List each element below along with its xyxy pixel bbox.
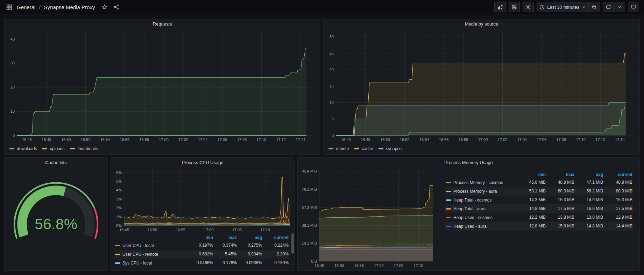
legend-label: thumbnails — [77, 146, 98, 151]
legend-item[interactable]: thumbnails — [70, 146, 98, 151]
gear-icon — [525, 4, 531, 10]
svg-text:15: 15 — [330, 84, 334, 88]
svg-text:17:08: 17:08 — [556, 138, 566, 142]
add-panel-button[interactable] — [494, 2, 506, 12]
star-icon[interactable] — [100, 3, 109, 11]
legend-series-label[interactable]: Heap Total - aura — [445, 204, 518, 213]
refresh-button[interactable] — [603, 2, 614, 12]
breadcrumb-dashboard-title[interactable]: Synapse Media Proxy — [44, 4, 95, 10]
panel-title-media-by-source[interactable]: Media by source — [465, 21, 498, 27]
legend-stat-value: 0.275% — [238, 241, 263, 250]
svg-text:16:46: 16:46 — [341, 138, 351, 142]
svg-text:40: 40 — [10, 37, 15, 41]
svg-text:16:55: 16:55 — [176, 228, 185, 232]
svg-text:0: 0 — [13, 133, 15, 138]
svg-text:16:48: 16:48 — [361, 138, 370, 142]
svg-text:76.3 MiB: 76.3 MiB — [302, 187, 317, 191]
legend-sort-current[interactable]: current — [263, 234, 289, 241]
panel-cache-hits: Cache hits 56.8% — [4, 157, 108, 271]
legend-sort-max[interactable]: max — [214, 234, 238, 241]
legend-label: Heap Used - cosmos — [453, 215, 493, 220]
panel-process-memory-usage: Process Memory Usage 16:4516:5016:5517:0… — [297, 157, 640, 271]
svg-text:1%: 1% — [116, 215, 122, 219]
time-range-label: Last 30 minutes — [547, 5, 579, 10]
legend-color-chip — [446, 208, 451, 210]
legend-sort-avg[interactable]: avg — [575, 171, 604, 178]
apps-grid-icon[interactable] — [5, 3, 13, 11]
panel-title-cache-hits[interactable]: Cache hits — [45, 160, 66, 165]
legend-sort-max[interactable]: max — [546, 171, 575, 178]
share-icon[interactable] — [112, 3, 121, 11]
breadcrumb-folder[interactable]: General — [17, 4, 35, 10]
legend-series-label[interactable]: Sys CPU - local — [114, 259, 190, 267]
svg-text:17:08: 17:08 — [237, 138, 247, 142]
svg-text:0: 0 — [332, 133, 334, 138]
legend-series-label[interactable]: User CPU - local — [114, 241, 190, 250]
svg-text:17:12: 17:12 — [276, 138, 286, 142]
gauge-value: 56.8% — [35, 216, 77, 232]
save-icon — [511, 4, 517, 10]
legend-label: User CPU - local — [122, 243, 154, 248]
svg-text:38.1 MiB: 38.1 MiB — [302, 223, 317, 227]
legend-sort-current[interactable]: current — [604, 171, 633, 178]
legend-item[interactable]: downloads — [9, 146, 37, 151]
svg-text:16:50: 16:50 — [61, 138, 71, 142]
dashboard-settings-button[interactable] — [523, 2, 534, 12]
legend-stat-value: 14.3 MiB — [518, 196, 546, 204]
legend-series-label[interactable]: Process Memory - cosmos — [445, 178, 518, 187]
legend-item[interactable]: remote — [328, 146, 349, 151]
svg-text:17:04: 17:04 — [517, 138, 527, 142]
legend-stat-value: 17.5 MiB — [604, 204, 633, 213]
refresh-interval-dropdown[interactable] — [614, 2, 625, 12]
svg-text:16:50: 16:50 — [380, 138, 390, 142]
legend-label: Heap Total - cosmos — [453, 198, 491, 203]
legend-stat-value: 0.139% — [263, 259, 289, 267]
legend-label: downloads — [17, 146, 37, 151]
svg-text:17:14: 17:14 — [296, 138, 305, 142]
legend-item[interactable]: synapse — [378, 146, 402, 151]
legend-series-label[interactable]: Heap Used - aura — [445, 222, 518, 231]
legend-sort-min[interactable]: min — [518, 171, 546, 178]
process-memory-chart[interactable]: 16:4516:5016:5517:0017:0517:100 B19.1 Mi… — [298, 167, 435, 269]
svg-text:17:10: 17:10 — [413, 263, 423, 268]
legend-item[interactable]: cache — [354, 146, 373, 151]
zoom-out-time-button[interactable] — [589, 2, 600, 12]
panel-title-requests[interactable]: Requests — [153, 21, 172, 27]
requests-chart[interactable]: 16:4616:4816:5016:5216:5416:5616:5817:00… — [5, 28, 319, 143]
legend-label: Process Memory - cosmos — [453, 180, 503, 185]
legend-series-label[interactable]: Process Memory - aura — [445, 187, 518, 196]
legend-series-label[interactable]: Heap Total - cosmos — [445, 196, 518, 204]
legend-color-chip — [354, 148, 359, 149]
legend-stat-value: 45.6 MiB — [518, 178, 546, 187]
requests-legend: downloadsuploadsthumbnails — [5, 143, 320, 153]
svg-text:17:10: 17:10 — [576, 138, 586, 142]
svg-text:57.2 MiB: 57.2 MiB — [302, 205, 317, 210]
legend-sort-avg[interactable]: avg — [238, 234, 263, 241]
legend-stat-value: 48.8 MiB — [604, 178, 633, 187]
legend-stat-value: 0.374% — [214, 241, 238, 250]
svg-text:30: 30 — [330, 35, 334, 39]
svg-text:6%: 6% — [116, 170, 122, 175]
legend-stat-value: 0.0938% — [238, 259, 263, 267]
legend-label: remote — [336, 146, 349, 151]
media-by-source-chart[interactable]: 16:4616:4816:5016:5216:5416:5616:5817:00… — [324, 28, 639, 143]
svg-text:20: 20 — [10, 85, 15, 89]
legend-item[interactable]: uploads — [42, 146, 64, 151]
svg-text:10: 10 — [10, 109, 15, 113]
kiosk-mode-button[interactable] — [628, 2, 639, 12]
process-cpu-chart[interactable]: 16:4516:5016:5517:0017:0517:100%1%2%3%4%… — [111, 167, 293, 233]
legend-series-label[interactable]: Heap Used - cosmos — [445, 213, 518, 222]
panel-title-process-memory-usage[interactable]: Process Memory Usage — [444, 160, 493, 165]
svg-text:16:55: 16:55 — [354, 263, 364, 268]
legend-scrollbar[interactable] — [291, 233, 294, 254]
legend-stat-value: 80.3 MiB — [546, 187, 575, 196]
time-range-picker[interactable]: Last 30 minutes — [537, 2, 589, 12]
save-dashboard-button[interactable] — [509, 2, 520, 12]
legend-stat-value: 14.8 MiB — [518, 204, 546, 213]
legend-series-label[interactable]: User CPU - remote — [114, 250, 190, 259]
panel-title-process-cpu-usage[interactable]: Process CPU Usage — [182, 160, 223, 165]
chevron-down-icon — [582, 5, 586, 9]
add-panel-icon — [497, 4, 503, 10]
legend-sort-min[interactable]: min — [190, 234, 214, 241]
legend-stat-value: 14.4 MiB — [604, 222, 633, 231]
